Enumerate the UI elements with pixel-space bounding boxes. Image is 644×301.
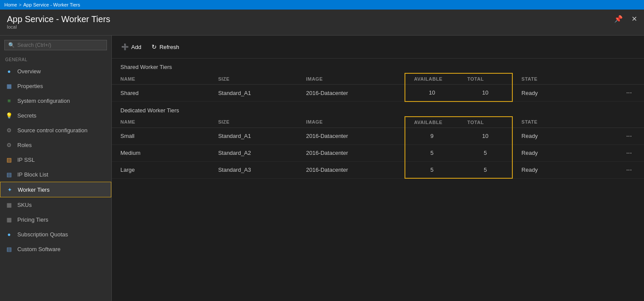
pin-button[interactable]: 📌: [612, 14, 625, 24]
icon-sysconfg: ≡: [5, 97, 13, 105]
icon-overview: ●: [5, 67, 13, 75]
title-bar-text: App Service - Worker Tiers local: [7, 14, 110, 29]
dedicated-col-total: TOTAL: [459, 117, 512, 128]
main-layout: 🔍 GENERAL ● Overview ▦ Properties ≡ Syst…: [0, 36, 644, 301]
shared-table: NAME SIZE IMAGE AVAILABLE TOTAL STATE Sh…: [112, 73, 644, 102]
sidebar-label-ipssl: IP SSL: [17, 157, 35, 163]
refresh-label: Refresh: [159, 44, 179, 50]
sidebar-label-pricing: Pricing Tiers: [17, 216, 49, 223]
icon-roles: ⚙: [5, 141, 13, 149]
sidebar-item-source[interactable]: ⚙ Source control configuration: [0, 123, 111, 137]
dedicated-row-image: 2016-Datacenter: [298, 144, 405, 161]
dedicated-table-wrapper: NAME SIZE IMAGE AVAILABLE TOTAL STATE Sm…: [112, 116, 644, 179]
sidebar-item-overview[interactable]: ● Overview: [0, 64, 111, 79]
page-title: App Service - Worker Tiers: [7, 14, 110, 24]
more-button[interactable]: ···: [623, 89, 635, 97]
dedicated-row-name: Small: [112, 128, 210, 144]
shared-col-available: AVAILABLE: [405, 73, 459, 85]
icon-worker: ✦: [6, 186, 13, 193]
page-subtitle: local: [7, 24, 110, 29]
icon-source: ⚙: [5, 126, 13, 134]
refresh-icon: ↻: [152, 43, 157, 50]
shared-row-actions[interactable]: ···: [610, 85, 644, 101]
dedicated-row-actions[interactable]: ···: [610, 161, 644, 178]
dedicated-row-actions[interactable]: ···: [610, 128, 644, 144]
dedicated-row-state: Ready: [512, 161, 610, 178]
dedicated-row-actions[interactable]: ···: [610, 144, 644, 161]
search-icon: 🔍: [8, 42, 15, 48]
dedicated-row-state: Ready: [512, 144, 610, 161]
dedicated-row-name: Large: [112, 161, 210, 178]
dedicated-table: NAME SIZE IMAGE AVAILABLE TOTAL STATE Sm…: [112, 116, 644, 179]
icon-custom: ▤: [5, 245, 13, 253]
sidebar-item-roles[interactable]: ⚙ Roles: [0, 137, 111, 152]
shared-table-body: Shared Standard_A1 2016-Datacenter 10 10…: [112, 85, 644, 101]
sidebar-label-properties: Properties: [17, 83, 43, 89]
sidebar-label-ipblock: IP Block List: [17, 171, 48, 178]
sidebar-item-ipblock[interactable]: ▤ IP Block List: [0, 167, 111, 182]
sidebar-item-properties[interactable]: ▦ Properties: [0, 79, 111, 93]
more-button[interactable]: ···: [623, 132, 635, 140]
title-bar-actions: 📌 ✕: [612, 14, 640, 24]
icon-subscription: ●: [5, 230, 13, 238]
shared-row-image: 2016-Datacenter: [298, 85, 405, 101]
dedicated-section-title: Dedicated Worker Tiers: [112, 102, 644, 116]
icon-skus: ▦: [5, 201, 13, 209]
shared-col-size: SIZE: [210, 73, 298, 85]
dedicated-table-header: NAME SIZE IMAGE AVAILABLE TOTAL STATE: [112, 117, 644, 128]
add-icon: ➕: [121, 43, 129, 50]
sidebar-label-source: Source control configuration: [17, 127, 87, 134]
icon-secrets: 💡: [5, 111, 13, 119]
refresh-button[interactable]: ↻ Refresh: [151, 42, 180, 52]
sidebar-label-subscription: Subscription Quotas: [17, 231, 68, 238]
shared-row-total: 10: [459, 85, 512, 101]
table-row: Small Standard_A1 2016-Datacenter 9 10 R…: [112, 128, 644, 144]
sidebar-item-subscription[interactable]: ● Subscription Quotas: [0, 227, 111, 242]
shared-row-state: Ready: [512, 85, 610, 101]
dedicated-row-image: 2016-Datacenter: [298, 128, 405, 144]
sidebar-item-custom[interactable]: ▤ Custom Software: [0, 242, 111, 256]
add-button[interactable]: ➕ Add: [120, 42, 142, 52]
icon-ipblock: ▤: [5, 170, 13, 178]
shared-col-name: NAME: [112, 73, 210, 85]
dedicated-row-size: Standard_A3: [210, 161, 298, 178]
sidebar-item-skus[interactable]: ▦ SKUs: [0, 197, 111, 212]
icon-ipssl: ▨: [5, 156, 13, 164]
close-button[interactable]: ✕: [629, 14, 640, 24]
search-box[interactable]: 🔍: [4, 40, 107, 50]
table-row: Shared Standard_A1 2016-Datacenter 10 10…: [112, 85, 644, 101]
dedicated-row-available: 5: [405, 144, 459, 161]
shared-col-state: STATE: [512, 73, 610, 85]
title-bar: App Service - Worker Tiers local 📌 ✕: [0, 10, 644, 36]
sidebar-label-skus: SKUs: [17, 202, 32, 208]
more-button[interactable]: ···: [623, 166, 635, 174]
sidebar-label-secrets: Secrets: [17, 112, 36, 119]
breadcrumb-home[interactable]: Home: [4, 2, 17, 7]
shared-row-size: Standard_A1: [210, 85, 298, 101]
dedicated-col-image: IMAGE: [298, 117, 405, 128]
dedicated-col-available: AVAILABLE: [405, 117, 459, 128]
sidebar-label-custom: Custom Software: [17, 246, 61, 252]
dedicated-row-total: 10: [459, 128, 512, 144]
sidebar-item-ipssl[interactable]: ▨ IP SSL: [0, 152, 111, 167]
sidebar-item-secrets[interactable]: 💡 Secrets: [0, 108, 111, 123]
sidebar-label-sysconfg: System configuration: [17, 98, 70, 104]
main-content: ➕ Add ↻ Refresh Shared Worker Tiers NAME…: [112, 36, 644, 301]
more-button[interactable]: ···: [623, 149, 635, 157]
sidebar: 🔍 GENERAL ● Overview ▦ Properties ≡ Syst…: [0, 36, 112, 301]
sidebar-item-pricing[interactable]: ▦ Pricing Tiers: [0, 212, 111, 227]
top-bar: Home > App Service - Worker Tiers: [0, 0, 644, 10]
shared-row-available: 10: [405, 85, 459, 101]
shared-table-header: NAME SIZE IMAGE AVAILABLE TOTAL STATE: [112, 73, 644, 85]
dedicated-col-name: NAME: [112, 117, 210, 128]
breadcrumb-current: App Service - Worker Tiers: [23, 2, 80, 7]
search-input[interactable]: [17, 42, 103, 48]
sidebar-item-worker[interactable]: ✦ Worker Tiers: [0, 182, 111, 197]
shared-row-name: Shared: [112, 85, 210, 101]
icon-properties: ▦: [5, 82, 13, 90]
table-row: Medium Standard_A2 2016-Datacenter 5 5 R…: [112, 144, 644, 161]
shared-section-title: Shared Worker Tiers: [112, 59, 644, 73]
dedicated-col-actions: [610, 117, 644, 128]
sidebar-label-roles: Roles: [17, 142, 32, 148]
sidebar-item-sysconfg[interactable]: ≡ System configuration: [0, 93, 111, 108]
